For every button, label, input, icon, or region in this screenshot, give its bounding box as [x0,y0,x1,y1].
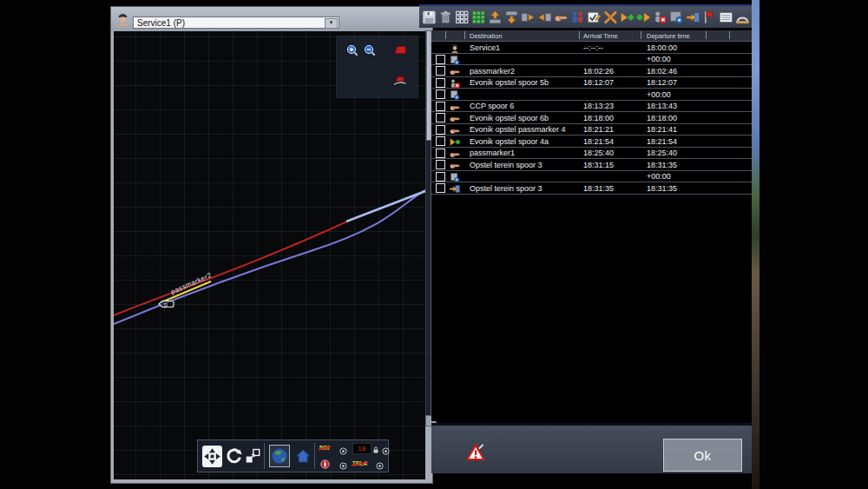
home-view-button[interactable] [294,446,312,466]
rotate-mode-button[interactable] [225,445,244,467]
shift-left-icon[interactable] [537,10,552,25]
schedule-options-icon[interactable] [669,10,684,25]
table-row[interactable]: +00:00 [431,54,752,66]
clock-display: 18 [352,443,372,454]
chevron-down-icon[interactable]: ▼ [325,18,338,29]
schedule-rows: Service1--:--:--18:00:00+00:00passmarker… [431,42,752,195]
table-row[interactable]: +00:00 [431,171,752,183]
row-arrival-time: 18:31:35 [583,184,614,193]
row-destination: passmarker2 [470,67,515,76]
table-row[interactable]: Opstel terein spoor 318:31:3518:31:35 [431,182,752,195]
map-window: Service1 (P) ▼ passmarker2 p [111,7,432,483]
table-row[interactable]: Evonik opstel passmarker 418:21:2118:21:… [431,124,752,136]
speed-radio-button[interactable] [339,444,348,453]
table-row[interactable]: Opstel terein spoor 318:31:1518:31:35 [431,159,752,171]
measure-arch-icon[interactable] [735,10,750,25]
ok-button[interactable]: Ok [663,439,742,472]
row-departure-time: +00:00 [647,172,671,181]
row-checkbox[interactable] [436,78,445,88]
row-checkbox[interactable] [436,149,445,158]
couple-icon[interactable] [603,10,618,25]
insert-above-icon[interactable] [488,10,503,25]
row-checkbox[interactable] [436,66,445,76]
row-departure-time: 18:21:54 [647,137,677,146]
map-titlebar: Service1 (P) ▼ [111,7,432,31]
zoom-in-icon[interactable] [345,43,359,57]
scale-mode-button[interactable] [245,447,260,465]
service-select[interactable]: Service1 (P) ▼ [133,17,339,29]
row-checkbox[interactable] [436,183,445,193]
track-radio-button[interactable] [375,459,385,468]
table-row[interactable]: Evonik opstel spoor 4a18:21:5418:21:54 [431,135,752,148]
col-arrival: Arrival Time [583,32,618,40]
driver-icon [449,42,461,53]
compass-radio-button[interactable] [339,459,348,468]
svg-text:p: p [164,301,168,308]
table-row[interactable]: CCP spoor 618:13:2318:13:43 [431,101,752,113]
row-checkbox[interactable] [436,160,445,169]
flag-icon[interactable] [702,10,717,25]
row-destination: Evonik opstel spoor 5b [470,78,549,87]
hand-icon [449,124,461,135]
warning-icon [466,443,485,462]
row-checkbox[interactable] [436,172,445,182]
zoom-out-icon[interactable] [363,43,377,57]
add-waypoint-icon[interactable] [620,10,635,25]
row-checkbox[interactable] [436,113,445,122]
game-screen: Service1 (P) ▼ passmarker2 p [0,0,868,489]
row-checkbox[interactable] [436,125,445,135]
table-row[interactable]: passmarker218:02:2618:02:46 [431,65,752,77]
train-outline-icon[interactable] [390,72,410,87]
grid-green-icon[interactable] [471,10,486,25]
row-checkbox[interactable] [436,89,445,99]
toolbar-divider [264,443,265,469]
move-into-box-icon[interactable] [686,10,700,25]
table-row[interactable]: +00:00 [431,89,752,101]
row-destination: passmarker1 [470,149,515,157]
lock-radio-button[interactable] [381,444,391,453]
row-destination: Evonik opstel spoor 4a [470,137,549,146]
delete-icon[interactable] [438,10,453,25]
map-overlay-panel [337,36,418,97]
shift-right-icon[interactable] [521,10,536,25]
row-arrival-time: 18:31:15 [583,161,614,169]
table-row[interactable]: Evonik opstel spoor 6b18:18:0018:18:00 [431,112,752,124]
speed-limit-toggle[interactable]: 50K [319,445,330,451]
remove-command-icon [449,77,461,89]
gear-doc-icon [449,171,461,182]
globe-view-button[interactable] [269,445,290,467]
row-departure-time: 18:13:43 [647,102,677,110]
table-row[interactable]: passmarker118:25:4018:25:40 [431,148,752,160]
crew-icon[interactable] [570,10,585,25]
table-row[interactable]: Evonik opstel spoor 5b18:12:0718:12:07 [431,77,752,89]
row-checkbox[interactable] [436,136,445,146]
train-marker-icon[interactable]: p [155,299,176,309]
edit-checklist-icon[interactable] [587,10,602,25]
row-checkbox[interactable] [436,55,445,64]
table-row[interactable]: Service1--:--:--18:00:00 [431,42,752,54]
pan-mode-button[interactable] [202,446,222,467]
save-icon[interactable] [422,10,437,25]
hand-icon [449,101,461,112]
drive-to-icon[interactable] [554,10,569,25]
row-checkbox[interactable] [436,102,445,111]
route-map[interactable]: passmarker2 p 50K [114,31,425,479]
row-arrival-time: 18:21:21 [583,125,614,134]
row-departure-time: +00:00 [647,90,671,99]
notes-list-icon[interactable] [719,10,733,25]
padlock-icon[interactable] [372,443,380,453]
grid-white-icon[interactable] [455,10,470,25]
map-display-toggles: 50K 18 TRLA [318,441,388,471]
row-departure-time: +00:00 [647,55,671,63]
insert-below-icon[interactable] [504,10,519,25]
row-arrival-time: 18:25:40 [583,149,614,157]
track-mode-toggle[interactable]: TRLA [352,460,367,466]
train-solid-icon[interactable] [389,43,411,57]
hand-icon [449,65,461,76]
hand-icon [449,112,461,123]
insert-waypoint-icon[interactable] [636,10,651,25]
remove-command-icon[interactable] [653,10,667,25]
schedule-footer: Ok [431,423,752,473]
row-departure-time: 18:18:00 [647,114,677,122]
compass-icon[interactable] [319,458,331,469]
